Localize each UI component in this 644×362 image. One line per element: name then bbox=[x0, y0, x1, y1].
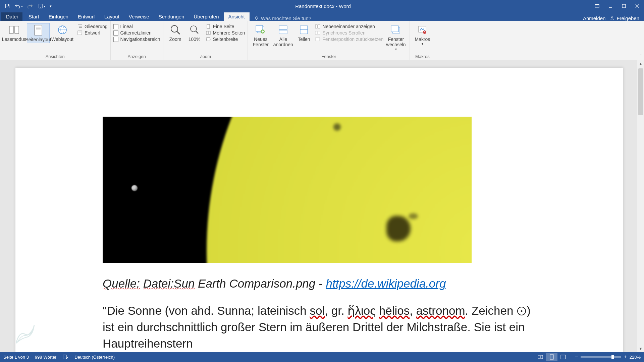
undo-icon[interactable]: ▾ bbox=[13, 1, 24, 11]
vertical-scrollbar[interactable]: ▲ ▼ bbox=[637, 60, 644, 352]
status-word-count[interactable]: 998 Wörter bbox=[35, 355, 56, 360]
svg-rect-42 bbox=[315, 31, 317, 35]
ruler-checkbox[interactable]: Lineal bbox=[113, 24, 160, 29]
tab-mailings[interactable]: Sendungen bbox=[154, 12, 189, 21]
svg-rect-46 bbox=[391, 26, 398, 32]
spellcheck-icon[interactable] bbox=[62, 354, 68, 360]
arrange-icon bbox=[277, 24, 289, 36]
new-window-icon bbox=[255, 24, 267, 36]
sync-scroll-button: Synchrones Scrollen bbox=[315, 30, 383, 36]
sign-in-link[interactable]: Anmelden bbox=[583, 15, 606, 21]
magnifier-100-icon bbox=[189, 24, 201, 36]
qat-customize-icon[interactable]: ▾ bbox=[48, 1, 54, 11]
page-icon bbox=[32, 24, 44, 36]
maximize-icon[interactable] bbox=[617, 1, 631, 11]
web-layout-button[interactable]: Weblayout bbox=[51, 23, 74, 43]
zoom-button[interactable]: Zoom bbox=[166, 23, 185, 43]
checkbox-icon bbox=[113, 37, 118, 42]
tab-references[interactable]: Verweise bbox=[124, 12, 154, 21]
status-read-mode-icon[interactable] bbox=[535, 353, 546, 361]
scroll-track[interactable] bbox=[637, 67, 644, 345]
image-caption[interactable]: Quelle: Datei:Sun Earth Comparison.png -… bbox=[103, 277, 536, 290]
window-title: Randomtext.docx - Word bbox=[56, 3, 590, 9]
sun-symbol-icon bbox=[517, 307, 526, 315]
scroll-up-icon[interactable]: ▲ bbox=[637, 60, 644, 67]
ribbon-group-show: Lineal Gitternetzlinien Navigationsberei… bbox=[111, 21, 163, 60]
new-window-button[interactable]: Neues Fenster bbox=[251, 23, 271, 48]
svg-rect-43 bbox=[318, 31, 320, 35]
tab-start[interactable]: Start bbox=[24, 12, 44, 21]
ribbon-group-macros: Makros▾ Makros bbox=[410, 21, 435, 60]
share-button[interactable]: Freigeben bbox=[609, 15, 639, 21]
touch-mode-icon[interactable]: ▾ bbox=[36, 1, 47, 11]
tab-insert[interactable]: Einfügen bbox=[44, 12, 73, 21]
zoom-out-button[interactable]: − bbox=[575, 354, 578, 360]
sync-scroll-icon bbox=[315, 30, 320, 36]
tab-review[interactable]: Überprüfen bbox=[189, 12, 223, 21]
zoom-level[interactable]: 228% bbox=[630, 355, 641, 360]
page-width-button[interactable]: Seitenbreite bbox=[206, 37, 245, 42]
side-by-side-button[interactable]: Nebeneinander anzeigen bbox=[315, 24, 383, 29]
tell-me-search[interactable]: Was möchten Sie tun? bbox=[250, 15, 316, 21]
split-button[interactable]: Teilen bbox=[296, 23, 312, 43]
status-print-layout-icon[interactable] bbox=[546, 353, 557, 361]
zoom-control: − + 228% bbox=[575, 354, 641, 360]
minimize-icon[interactable] bbox=[604, 1, 617, 11]
svg-point-27 bbox=[191, 26, 197, 32]
split-icon bbox=[298, 24, 310, 36]
svg-rect-30 bbox=[206, 31, 208, 35]
macros-button[interactable]: Makros▾ bbox=[413, 23, 432, 47]
lightbulb-icon bbox=[254, 16, 259, 21]
zoom-slider[interactable] bbox=[581, 356, 621, 358]
tab-view[interactable]: Ansicht bbox=[224, 12, 250, 21]
multi-page-button[interactable]: Mehrere Seiten bbox=[206, 30, 245, 36]
scroll-down-icon[interactable]: ▼ bbox=[637, 345, 644, 352]
tab-layout[interactable]: Layout bbox=[100, 12, 124, 21]
save-icon[interactable] bbox=[2, 1, 13, 11]
status-web-layout-icon[interactable] bbox=[557, 353, 569, 361]
share-icon bbox=[609, 16, 615, 21]
document-page[interactable]: Quelle: Datei:Sun Earth Comparison.png -… bbox=[15, 68, 623, 352]
draft-button[interactable]: Entwurf bbox=[77, 30, 108, 36]
tab-design[interactable]: Entwurf bbox=[73, 12, 100, 21]
svg-point-48 bbox=[423, 31, 426, 34]
ribbon-group-zoom: Zoom 100% Eine Seite Mehrere Seiten Seit… bbox=[163, 21, 248, 60]
document-image[interactable] bbox=[103, 117, 472, 263]
gridlines-checkbox[interactable]: Gitternetzlinien bbox=[113, 30, 160, 36]
svg-rect-41 bbox=[318, 25, 320, 28]
menu-bar: Datei Start Einfügen Entwurf Layout Verw… bbox=[0, 12, 644, 21]
zoom-in-button[interactable]: + bbox=[624, 354, 627, 360]
tab-file[interactable]: Datei bbox=[1, 12, 22, 21]
draft-icon bbox=[77, 30, 83, 36]
group-label-show: Anzeigen bbox=[113, 53, 160, 60]
document-workspace: Quelle: Datei:Sun Earth Comparison.png -… bbox=[0, 60, 644, 352]
svg-point-25 bbox=[171, 25, 178, 32]
status-page[interactable]: Seite 1 von 3 bbox=[3, 355, 29, 360]
svg-rect-0 bbox=[6, 4, 8, 6]
svg-rect-40 bbox=[315, 25, 317, 28]
zoom-100-button[interactable]: 100% bbox=[186, 23, 203, 43]
switch-window-button[interactable]: Fenster wechseln▾ bbox=[385, 23, 407, 52]
status-language[interactable]: Deutsch (Österreich) bbox=[74, 355, 115, 360]
scroll-thumb[interactable] bbox=[638, 68, 643, 115]
read-mode-button[interactable]: Lesemodus bbox=[3, 23, 25, 43]
collapse-ribbon-icon[interactable]: ˄ bbox=[640, 54, 642, 59]
multi-page-icon bbox=[206, 30, 211, 36]
switch-window-icon bbox=[390, 24, 402, 36]
redo-icon[interactable] bbox=[25, 1, 36, 11]
body-paragraph[interactable]: "Die Sonne (von ahd. Sunna; lateinisch s… bbox=[103, 302, 536, 352]
one-page-button[interactable]: Eine Seite bbox=[206, 24, 245, 29]
reset-window-button: Fensterposition zurücksetzen bbox=[315, 37, 383, 42]
svg-line-26 bbox=[177, 32, 180, 34]
svg-rect-5 bbox=[595, 4, 599, 5]
source-link[interactable]: https://de.wikipedia.org bbox=[326, 277, 446, 290]
arrange-all-button[interactable]: Alle anordnen bbox=[272, 23, 294, 48]
outline-button[interactable]: Gliederung bbox=[77, 24, 108, 29]
close-icon[interactable] bbox=[631, 1, 644, 11]
svg-rect-50 bbox=[550, 355, 553, 359]
navpane-checkbox[interactable]: Navigationsbereich bbox=[113, 37, 160, 42]
ribbon-display-icon[interactable] bbox=[590, 1, 604, 11]
print-layout-button[interactable]: Seitenlayout bbox=[27, 23, 50, 43]
ribbon: Lesemodus Seitenlayout Weblayout Glieder… bbox=[0, 21, 644, 60]
checkbox-icon bbox=[113, 24, 118, 29]
